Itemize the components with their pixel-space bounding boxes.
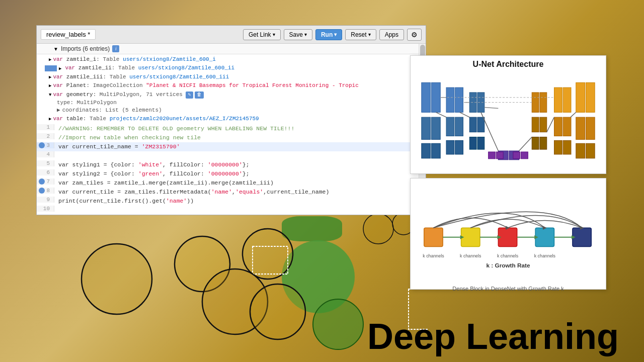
var-line-planet: ▶ var Planet: ImageCollection "Planet & … xyxy=(41,81,422,90)
code-line-7: 7 var zam_tiles = zamtile_i.merge(zamtil… xyxy=(37,178,426,188)
line-num-9: 9 xyxy=(37,197,54,203)
zamtile-iii-link[interactable]: users/stxiong8/Zamtile_600_iii xyxy=(129,74,229,80)
svg-line-54 xyxy=(460,112,470,117)
svg-line-58 xyxy=(571,112,576,117)
svg-text:k channels: k channels xyxy=(423,253,444,258)
zamtile-ii-link[interactable]: users/stxiong8/Zamtile_600_ii xyxy=(138,65,234,71)
editor-toolbar: review_labels * Get Link ▾ Save ▾ Run ▾ … xyxy=(37,26,426,44)
svg-rect-26 xyxy=(446,117,454,136)
svg-point-7 xyxy=(363,214,393,244)
code-line-2: 2 //Import new table when checking new t… xyxy=(37,133,426,142)
table-link[interactable]: projects/zamlc2020unet/assets/AEZ_I/ZM21… xyxy=(110,116,259,122)
svg-rect-45 xyxy=(540,117,547,132)
geometry-delete-icon[interactable]: 🗑 xyxy=(195,92,204,99)
reset-dropdown-arrow: ▾ xyxy=(368,32,371,37)
svg-rect-14 xyxy=(422,143,431,158)
svg-rect-19 xyxy=(586,82,595,112)
svg-line-50 xyxy=(485,107,499,108)
line-num-7: 7 xyxy=(37,178,54,185)
svg-rect-21 xyxy=(586,117,595,139)
svg-rect-35 xyxy=(563,140,571,154)
svg-rect-15 xyxy=(432,143,441,158)
svg-rect-31 xyxy=(563,87,571,112)
code-line-10: 10 xyxy=(37,206,426,215)
svg-rect-60 xyxy=(496,152,503,159)
line-content-8: var current_tile = zam_tiles.filterMetad… xyxy=(54,188,329,197)
var-toggle[interactable]: ▶ xyxy=(49,57,51,63)
save-button[interactable]: Save ▾ xyxy=(284,29,312,40)
gear-button[interactable]: ⚙ xyxy=(407,29,422,41)
var-geometry-subline-coords: ▶ coordinates: List (5 elements) xyxy=(41,107,422,114)
svg-point-5 xyxy=(250,284,305,339)
var-geometry-subline-type: type: MultiPolygon xyxy=(41,99,422,107)
line-num-8: 8 xyxy=(37,188,54,194)
code-area: ▼ Imports (6 entries) i ▶ var zamtile_i:… xyxy=(37,44,426,215)
svg-rect-25 xyxy=(455,87,463,112)
svg-line-57 xyxy=(547,117,554,132)
densenet-card: k channels k channels k channels k chann… xyxy=(410,178,606,290)
var-line-zamtile-i: ▶ var zamtile_i: Table users/stxiong8/Za… xyxy=(41,55,422,64)
code-line-1: 1 //WARNING: REMEMBER TO DELETE OLD geom… xyxy=(37,124,426,133)
svg-rect-20 xyxy=(576,117,585,139)
svg-rect-24 xyxy=(446,87,454,112)
svg-text:k : Growth Rate: k : Growth Rate xyxy=(486,262,530,269)
line-info-dot-8 xyxy=(39,188,45,194)
svg-rect-46 xyxy=(532,137,539,150)
code-line-5: 5 var styling1 = {color: 'white', fillCo… xyxy=(37,160,426,169)
imports-label: Imports (6 entries) xyxy=(61,45,110,52)
svg-rect-13 xyxy=(432,117,441,139)
code-line-3: 3 var current_tile_name = 'ZM2315790' xyxy=(37,142,426,151)
geometry-edit-icon[interactable]: ✎ xyxy=(186,92,193,99)
svg-rect-63 xyxy=(424,228,443,246)
svg-rect-10 xyxy=(422,82,431,112)
var-toggle[interactable]: ▶ xyxy=(49,83,51,89)
zamtile-i-link[interactable]: users/stxiong8/Zamtile_600_i xyxy=(123,56,216,62)
svg-rect-59 xyxy=(489,152,496,159)
var-toggle[interactable]: ▼ xyxy=(49,92,51,99)
line-num-5: 5 xyxy=(37,160,54,166)
var-toggle[interactable]: ▶ xyxy=(59,66,61,72)
svg-rect-27 xyxy=(455,117,463,136)
svg-rect-11 xyxy=(432,82,441,112)
svg-rect-34 xyxy=(554,140,562,154)
densenet-subtitle: Dense Block in DenseNet with Growth Rate… xyxy=(417,286,600,295)
svg-rect-32 xyxy=(554,117,562,136)
unet-svg xyxy=(417,77,600,167)
get-link-button[interactable]: Get Link ▾ xyxy=(243,29,281,40)
line-content-3[interactable]: var current_tile_name = 'ZM2315790' xyxy=(54,142,180,151)
svg-text:k channels: k channels xyxy=(497,253,519,258)
tab-title[interactable]: review_labels * xyxy=(41,29,96,40)
line-num-10: 10 xyxy=(37,206,54,212)
line-info-dot-3 xyxy=(39,142,45,148)
line-num-1: 1 xyxy=(37,124,54,130)
svg-line-56 xyxy=(519,137,532,151)
svg-rect-28 xyxy=(446,140,454,154)
var-toggle[interactable]: ▶ xyxy=(49,74,51,81)
svg-rect-22 xyxy=(576,143,585,158)
svg-rect-18 xyxy=(576,82,585,112)
svg-rect-33 xyxy=(563,117,571,136)
svg-rect-23 xyxy=(586,143,595,158)
deep-learning-label: Deep Learning xyxy=(367,316,619,357)
svg-rect-38 xyxy=(469,117,476,132)
line-num-2: 2 xyxy=(37,133,54,139)
svg-line-53 xyxy=(436,112,446,117)
code-line-8: 8 var current_tile = zam_tiles.filterMet… xyxy=(37,188,426,197)
code-line-4: 4 xyxy=(37,151,426,160)
svg-rect-12 xyxy=(422,117,431,139)
run-dropdown-arrow: ▾ xyxy=(334,32,337,37)
imports-toggle[interactable]: ▼ xyxy=(53,46,58,52)
coords-toggle[interactable]: ▶ xyxy=(57,107,60,114)
densenet-svg: k channels k channels k channels k chann… xyxy=(417,183,600,283)
line-num-6: 6 xyxy=(37,169,54,175)
apps-button[interactable]: Apps xyxy=(379,29,404,40)
run-button[interactable]: Run ▾ xyxy=(315,29,342,40)
reset-button[interactable]: Reset ▾ xyxy=(345,29,376,40)
densenet-diagram: k channels k channels k channels k chann… xyxy=(411,178,606,289)
var-toggle[interactable]: ▶ xyxy=(49,116,51,123)
save-dropdown-arrow: ▾ xyxy=(304,32,307,37)
line-content-2: //Import new table when checking new til… xyxy=(54,133,201,142)
svg-rect-42 xyxy=(532,93,539,112)
var-lines: ▶ var zamtile_i: Table users/stxiong8/Za… xyxy=(37,54,426,124)
imports-bar: ▼ Imports (6 entries) i xyxy=(37,44,426,54)
